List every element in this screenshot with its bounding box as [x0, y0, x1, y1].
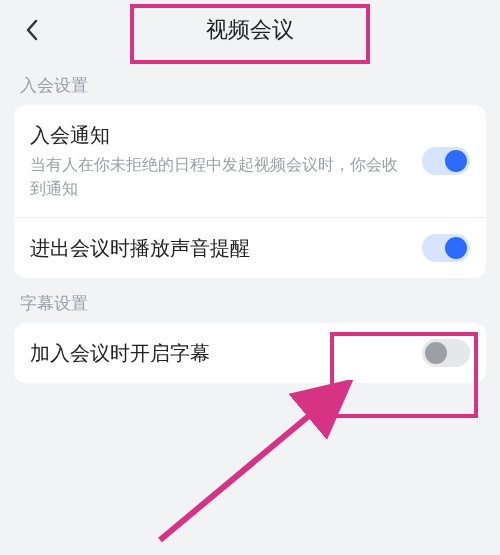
svg-line-1 — [160, 390, 340, 540]
toggle-enable-subs[interactable] — [422, 339, 470, 367]
row-title: 进出会议时播放声音提醒 — [30, 234, 412, 262]
row-enable-subs: 加入会议时开启字幕 — [14, 323, 486, 383]
header: 视频会议 — [0, 0, 500, 60]
toggle-sound-alert[interactable] — [422, 234, 470, 262]
row-join-notify: 入会通知 当有人在你未拒绝的日程中发起视频会议时，你会收到通知 — [14, 105, 486, 217]
row-sound-alert: 进出会议时播放声音提醒 — [14, 217, 486, 278]
row-text: 入会通知 当有人在你未拒绝的日程中发起视频会议时，你会收到通知 — [30, 121, 422, 201]
back-button[interactable] — [18, 16, 46, 44]
page-title: 视频会议 — [206, 15, 294, 45]
row-title: 加入会议时开启字幕 — [30, 339, 412, 367]
chevron-left-icon — [24, 18, 40, 42]
row-title: 入会通知 — [30, 121, 412, 149]
subtitle-settings-card: 加入会议时开启字幕 — [14, 323, 486, 383]
section-label-join: 入会设置 — [0, 60, 500, 105]
join-settings-card: 入会通知 当有人在你未拒绝的日程中发起视频会议时，你会收到通知 进出会议时播放声… — [14, 105, 486, 278]
row-text: 加入会议时开启字幕 — [30, 339, 422, 367]
row-subtitle: 当有人在你未拒绝的日程中发起视频会议时，你会收到通知 — [30, 153, 412, 201]
toggle-join-notify[interactable] — [422, 147, 470, 175]
section-label-subs: 字幕设置 — [0, 278, 500, 323]
row-text: 进出会议时播放声音提醒 — [30, 234, 422, 262]
annotation-arrow — [140, 380, 380, 555]
